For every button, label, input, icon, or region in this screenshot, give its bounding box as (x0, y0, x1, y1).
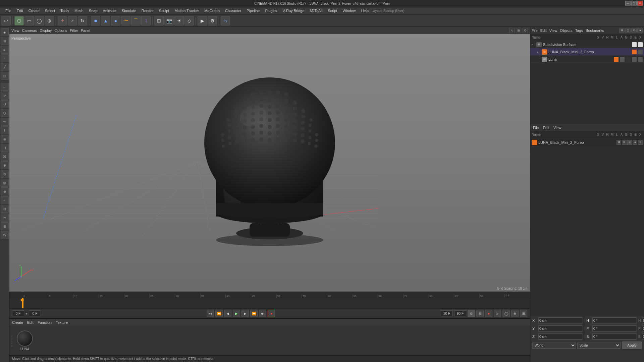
sb-scale-btn[interactable]: ⤢ (1, 92, 9, 100)
skip-start-btn[interactable]: ⏮ (207, 310, 214, 317)
loop-sel-btn[interactable]: ◯ (35, 16, 44, 25)
fps-field[interactable] (441, 310, 453, 316)
luna-null-dot-2[interactable] (620, 57, 625, 62)
subdiv-dot-1[interactable] (632, 42, 637, 47)
close-btn[interactable]: ✕ (637, 1, 643, 6)
sphere-btn[interactable]: ● (111, 16, 120, 25)
vp-settings-btn[interactable]: ⚙ (523, 28, 528, 33)
bm-file[interactable]: File (532, 28, 538, 33)
prev-frame-btn[interactable]: ◀ (224, 310, 231, 317)
bm-objects[interactable]: Objects (560, 28, 572, 33)
sb-magnify-btn[interactable]: ◎ (1, 179, 9, 187)
scale-b-field[interactable] (642, 334, 644, 340)
menu-snap[interactable]: Snap (86, 8, 100, 13)
sb-grab-btn[interactable]: ⊙ (1, 170, 9, 178)
attr-ctrl-2[interactable]: ⊟ (622, 140, 627, 145)
attr-ctrl-1[interactable]: ⊞ (616, 140, 621, 145)
material-btn[interactable]: ◇ (184, 16, 194, 25)
minimize-btn[interactable]: ─ (625, 1, 631, 6)
bp-menu-edit[interactable]: Edit (27, 320, 34, 324)
live-select-btn[interactable]: ⬡ (14, 16, 24, 25)
sb-select-btn[interactable]: ⬡ (1, 109, 9, 117)
tl-render5-btn[interactable]: ◯ (502, 310, 510, 317)
sb-sculpt-btn[interactable]: ⌇ (1, 126, 9, 134)
render-settings-btn[interactable]: ⚙ (208, 16, 217, 25)
python-btn[interactable]: Py (221, 16, 230, 25)
material-preview-container[interactable]: LUNA (17, 330, 33, 351)
vp-menu-filter[interactable]: Filter (70, 28, 78, 33)
tl-render1-btn[interactable]: ⊙ (468, 310, 475, 317)
obj-row-luna-obj[interactable]: ▸ ◎ LUNA_Black_Mini_2_Foreo (530, 48, 644, 56)
sb-inflate-btn[interactable]: ⊕ (1, 187, 9, 195)
move-btn[interactable]: ✛ (58, 16, 67, 25)
sb-layer-btn[interactable]: ⊞ (1, 222, 9, 230)
sb-rotate-btn[interactable]: ↺ (1, 100, 9, 108)
menu-pipeline[interactable]: Pipeline (244, 8, 262, 13)
prev-key-btn[interactable]: ⏪ (215, 310, 223, 317)
sb-tweak-btn[interactable]: ⌘ (1, 153, 9, 161)
skip-end-btn[interactable]: ⏭ (259, 310, 266, 317)
sb-flatten-btn[interactable]: ⊟ (1, 205, 9, 213)
sb-point-btn[interactable]: · (1, 54, 9, 62)
pos-z-field[interactable] (538, 334, 583, 340)
current-frame-field[interactable] (12, 310, 24, 316)
sb-paint-btn[interactable]: ✏ (1, 118, 9, 126)
menu-mesh[interactable]: Mesh (72, 8, 86, 13)
rot-b-field[interactable] (592, 334, 637, 340)
tl-layout-btn[interactable]: ⊞ (520, 310, 527, 317)
vp-menu-display[interactable]: Display (40, 28, 52, 33)
bp-menu-create[interactable]: Create (12, 320, 23, 324)
menu-window[interactable]: Window (340, 8, 358, 13)
om-icon1[interactable]: ⊞ (619, 28, 625, 33)
bm-bookmarks[interactable]: Bookmarks (586, 28, 604, 33)
timeline-track[interactable] (9, 298, 530, 308)
next-frame-btn[interactable]: ▶ (241, 310, 249, 317)
sb-weight-btn[interactable]: ⊛ (1, 135, 9, 143)
cube-btn[interactable]: ■ (91, 16, 100, 25)
luna-null-dot-1[interactable] (614, 57, 619, 62)
pos-x-field[interactable] (538, 317, 583, 323)
deform-btn[interactable]: ⌇ (141, 16, 151, 25)
am-view[interactable]: View (553, 126, 561, 130)
menu-script[interactable]: Script (325, 8, 340, 13)
menu-plugins[interactable]: Plugins (262, 8, 280, 13)
bp-menu-texture[interactable]: Texture (56, 320, 68, 324)
vp-maximize-btn[interactable]: ⤡ (509, 28, 515, 33)
menu-render[interactable]: Render (139, 8, 156, 13)
vp-menu-panel[interactable]: Panel (81, 28, 90, 33)
sb-knife-btn[interactable]: ✂ (1, 214, 9, 222)
nurbs-btn[interactable]: ⌒ (131, 16, 141, 25)
am-edit[interactable]: Edit (543, 126, 549, 130)
menu-simulate[interactable]: Simulate (119, 8, 139, 13)
vp-menu-cameras[interactable]: Cameras (22, 28, 37, 33)
tl-render3-btn[interactable]: ● (485, 310, 492, 317)
luna-null-dot-3[interactable] (626, 57, 631, 62)
sb-texture-btn[interactable]: ⊞ (1, 37, 9, 45)
tl-render6-btn[interactable]: ⊕ (511, 310, 519, 317)
menu-animate[interactable]: Animate (100, 8, 119, 13)
bm-view[interactable]: View (549, 28, 557, 33)
sb-poly-btn[interactable]: □ (1, 72, 9, 80)
undo-btn[interactable]: ↩ (1, 16, 11, 25)
end-frame-field[interactable] (454, 310, 466, 316)
menu-help[interactable]: Help (359, 8, 372, 13)
apply-button[interactable]: Apply (622, 342, 642, 349)
sb-smooth-btn[interactable]: ≈ (1, 196, 9, 204)
transform-mode-dropdown[interactable]: Scale Position Rotation (577, 342, 621, 349)
subdiv-dot-2[interactable] (638, 42, 643, 47)
rect-select-btn[interactable]: ▭ (24, 16, 34, 25)
bm-tags[interactable]: Tags (575, 28, 583, 33)
luna-null-dot-5[interactable] (638, 57, 643, 62)
attr-ctrl-4[interactable]: ★ (633, 140, 637, 145)
menu-vray[interactable]: V-Ray Bridge (280, 8, 307, 13)
menu-edit[interactable]: Edit (14, 8, 26, 13)
luna-obj-dot-2[interactable] (638, 50, 643, 54)
menu-mograph[interactable]: MoGraph (202, 8, 222, 13)
am-file[interactable]: File (533, 126, 539, 130)
sb-python-btn[interactable]: Py (1, 231, 9, 239)
rot-p-field[interactable] (592, 325, 637, 331)
render-btn[interactable]: ▶ (198, 16, 207, 25)
scale-h-field[interactable] (642, 317, 644, 323)
play-btn[interactable]: ▶ (233, 310, 240, 317)
luna-null-dot-4[interactable] (632, 57, 637, 62)
